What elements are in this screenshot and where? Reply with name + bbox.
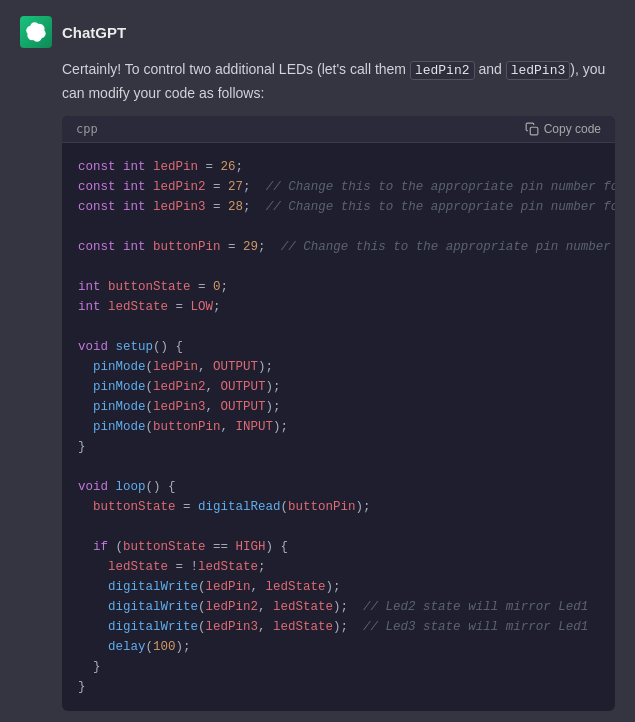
inline-code-ledpin3: ledPin3 xyxy=(506,61,571,80)
inline-code-ledpin2: ledPin2 xyxy=(410,61,475,80)
code-block-wrapper: cpp Copy code const int ledPin = 26; con… xyxy=(62,116,615,711)
sender-name: ChatGPT xyxy=(62,24,126,41)
message-header: ChatGPT xyxy=(20,16,615,48)
code-block: const int ledPin = 26; const int ledPin2… xyxy=(62,143,615,711)
copy-code-button[interactable]: Copy code xyxy=(525,122,601,136)
message-body: Certainly! To control two additional LED… xyxy=(62,58,615,722)
avatar xyxy=(20,16,52,48)
svg-rect-0 xyxy=(530,127,538,135)
copy-code-label: Copy code xyxy=(544,122,601,136)
code-block-header: cpp Copy code xyxy=(62,116,615,143)
chat-container: ChatGPT Certainly! To control two additi… xyxy=(0,0,635,722)
code-lang: cpp xyxy=(76,122,98,136)
intro-text: Certainly! To control two additional LED… xyxy=(62,58,615,104)
